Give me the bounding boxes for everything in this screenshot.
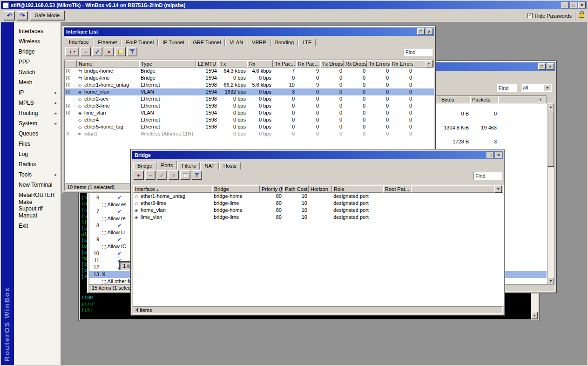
tab[interactable]: VRRP — [248, 39, 270, 46]
sidebar-item[interactable]: Mesh ▸ — [14, 77, 61, 88]
find-input[interactable] — [473, 172, 502, 180]
sidebar-item[interactable]: Interfaces ▸ — [14, 26, 61, 36]
filter-button[interactable] — [127, 47, 137, 56]
tab[interactable]: EoIP Tunnel — [122, 39, 158, 46]
column-header-interface[interactable]: Interface▲ — [133, 185, 212, 193]
find-input[interactable] — [497, 84, 517, 92]
bridge-port-row[interactable]: ◇ether3-lime bridge-lime 80 10 designate… — [133, 200, 503, 207]
tab[interactable]: Ethernet — [94, 39, 122, 46]
tab[interactable]: VLAN — [225, 39, 247, 46]
comment-button[interactable] — [115, 47, 126, 56]
column-header-rx[interactable]: Rx — [247, 60, 273, 68]
interface-row[interactable]: R ⇆bridge-home Bridge 1594 64.3 kbps 4.6… — [65, 68, 434, 75]
close-icon[interactable]: × — [495, 152, 502, 158]
column-header-tx-drops[interactable]: Tx Drops — [320, 60, 344, 68]
maximize-icon[interactable]: □ — [417, 28, 425, 35]
tab[interactable]: Filters — [177, 162, 200, 169]
sidebar-item[interactable]: Manual ▸ — [14, 210, 61, 221]
scroll-up-icon[interactable]: ▲ — [547, 103, 554, 110]
interface-row[interactable]: ◇ether2-sev Ethernet 1598 0 bps 0 bps 0 … — [65, 95, 434, 102]
enable-button[interactable]: ✓ — [92, 47, 102, 56]
sidebar-item[interactable]: PPP ▸ — [14, 57, 61, 67]
hide-passwords-checkbox[interactable]: ✓ — [527, 13, 533, 18]
tab[interactable]: Bonding — [271, 39, 298, 46]
interface-list-titlebar[interactable]: Interface List □ × — [64, 27, 434, 36]
sidebar-item[interactable]: Tools ▸ — [14, 169, 61, 180]
interface-row[interactable]: R ◈lime_vlan VLAN 1594 0 bps 0 bps 0 0 0… — [65, 109, 434, 116]
lock-icon[interactable] — [579, 14, 584, 18]
undo-icon[interactable]: ↶ — [4, 11, 15, 20]
column-header-path-cost[interactable]: Path Cost — [283, 185, 309, 193]
tab[interactable]: Interface — [65, 37, 93, 46]
bridge-port-row[interactable]: ◈lime_vlan bridge-lime 80 10 designated … — [133, 214, 503, 221]
interface-row[interactable]: R ◇ether1-home_untag Ethernet 1598 66.2 … — [65, 81, 434, 88]
maximize-icon[interactable]: □ — [487, 152, 494, 158]
sidebar-item[interactable]: IP ▸ — [14, 88, 61, 98]
column-header-bridge[interactable]: Bridge — [212, 185, 260, 193]
column-header-name[interactable]: Name — [77, 60, 139, 68]
close-icon[interactable]: × — [578, 2, 586, 8]
column-header-priority[interactable]: Priority (h... — [260, 185, 283, 193]
tab[interactable]: NAT — [200, 162, 218, 169]
chain-filter-select[interactable]: all ▼ — [521, 84, 552, 92]
bridge-port-row[interactable]: ◇ether1-home_untag bridge-home 80 10 des… — [133, 193, 503, 200]
close-icon[interactable]: × — [426, 28, 433, 35]
column-header-tx[interactable]: Tx — [218, 60, 247, 68]
column-header-rx-packets[interactable]: Rx Pac... — [296, 60, 320, 68]
remove-button[interactable]: − — [81, 47, 91, 56]
firewall-scrollbar[interactable]: ▲ ▼ — [547, 103, 554, 285]
column-header-type[interactable]: Type — [139, 60, 196, 68]
column-header-role[interactable]: Role — [332, 185, 383, 193]
column-header-bytes[interactable]: Bytes — [439, 96, 470, 103]
bridge-titlebar[interactable]: Bridge □ × — [132, 151, 503, 159]
tab[interactable]: Ports — [157, 161, 177, 169]
column-select-icon[interactable]: ▼ — [494, 185, 502, 193]
bridge-port-row[interactable]: ◈home_vlan bridge-home 80 10 designated … — [133, 207, 503, 214]
scroll-down-icon[interactable]: ▼ — [531, 312, 538, 319]
sidebar-item[interactable]: Routing ▸ — [14, 108, 61, 118]
add-button[interactable]: + — [134, 170, 144, 180]
column-header-flags[interactable] — [65, 60, 77, 68]
add-button[interactable]: +▼ — [65, 47, 79, 56]
comment-button[interactable] — [180, 170, 190, 180]
scrollbar-thumb[interactable] — [547, 111, 554, 167]
close-icon[interactable]: × — [547, 63, 554, 70]
column-header-root-path[interactable]: Root Pat... — [383, 185, 411, 193]
column-header-filler[interactable] — [411, 185, 503, 193]
minimize-icon[interactable]: _ — [561, 2, 569, 8]
tab[interactable]: LTE — [298, 39, 316, 46]
interface-row[interactable]: R ⇆bridge-lime Bridge 1594 0 bps 0 bps 0… — [65, 75, 434, 81]
column-header-packets[interactable]: Packets — [470, 96, 498, 103]
interface-row[interactable]: X ≈wlan1 Wireless (Atheros 11N) 0 bps 0 … — [65, 130, 434, 137]
sidebar-item[interactable]: Make Supout.rif ▸ — [14, 200, 61, 210]
interface-row[interactable]: R ◇ether3-lime Ethernet 1598 0 bps 0 bps… — [65, 102, 434, 109]
remove-button[interactable]: − — [145, 170, 155, 180]
column-select-icon[interactable]: ▼ — [425, 60, 433, 68]
scroll-down-icon[interactable]: ▼ — [547, 278, 554, 285]
chevron-down-icon[interactable]: ▼ — [544, 84, 551, 91]
sidebar-item[interactable]: Wireless ▸ — [14, 36, 61, 47]
disable-button[interactable]: × — [169, 170, 179, 180]
interface-row[interactable]: ◇ether4 Ethernet 1598 0 bps 0 bps 0 0 0 … — [65, 116, 434, 123]
find-input[interactable] — [404, 48, 433, 56]
sidebar-item[interactable]: MPLS ▸ — [14, 98, 61, 108]
filter-button[interactable] — [192, 170, 202, 180]
sidebar-item[interactable]: Log ▸ — [14, 149, 61, 159]
redo-icon[interactable]: ↷ — [17, 11, 28, 20]
sidebar-item[interactable]: Radius ▸ — [14, 159, 61, 169]
sidebar-item[interactable]: System ▸ — [14, 118, 61, 129]
column-header-rx-drops[interactable]: Rx Drops — [344, 60, 367, 68]
app-titlebar[interactable]: stiff@192.168.0.53 (MikroTik) - WinBox v… — [1, 1, 587, 9]
safe-mode-button[interactable]: Safe Mode — [30, 11, 65, 20]
tab[interactable]: IP Tunnel — [158, 39, 188, 46]
column-header-tx-errors[interactable]: Tx Errors — [367, 60, 390, 68]
enable-button[interactable]: ✓ — [157, 170, 167, 180]
column-select-icon[interactable]: ▼ — [537, 96, 544, 103]
tab[interactable]: GRE Tunnel — [189, 39, 225, 46]
column-header-l2mtu[interactable]: L2 MTU — [196, 60, 218, 68]
sidebar-item[interactable]: Files ▸ — [14, 139, 61, 149]
sidebar-item[interactable]: Exit ▸ — [14, 221, 61, 231]
tab[interactable]: Hosts — [219, 162, 241, 169]
interface-row[interactable]: R ◈home_vlan VLAN 1594 1632 bps 0 bps 3 … — [65, 88, 434, 95]
sidebar-item[interactable]: Switch ▸ — [14, 67, 61, 77]
